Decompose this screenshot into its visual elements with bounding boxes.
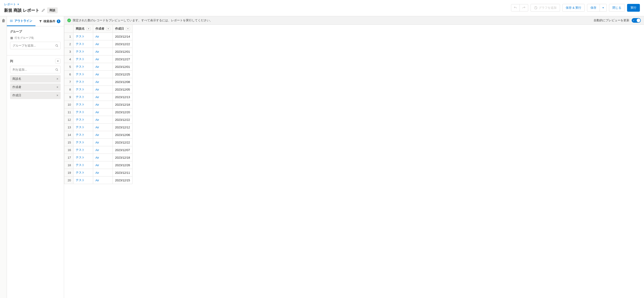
- table-row: 12テストAir2023/12/22: [64, 116, 132, 123]
- opportunity-name-cell[interactable]: テスト: [74, 146, 93, 154]
- opportunity-name-cell[interactable]: テスト: [74, 63, 93, 71]
- row-num-header: [64, 25, 74, 33]
- opportunity-name-cell[interactable]: テスト: [74, 56, 93, 63]
- creator-cell[interactable]: Air: [93, 146, 112, 154]
- creator-cell[interactable]: Air: [93, 108, 112, 116]
- columns-options-button[interactable]: ▼: [55, 59, 61, 64]
- column-header-label: 商談名: [76, 27, 85, 31]
- row-number: 2: [64, 40, 74, 48]
- opportunity-name-cell[interactable]: テスト: [74, 169, 93, 177]
- tab-outline[interactable]: アウトライン: [7, 16, 36, 26]
- date-cell: 2023/12/26: [112, 161, 132, 169]
- opportunity-name-cell[interactable]: テスト: [74, 131, 93, 139]
- row-number: 1: [64, 33, 74, 40]
- search-icon: [55, 44, 58, 47]
- sidebar: アウトライン 検索条件 1 グループ 行をグループ化: [7, 16, 64, 298]
- svg-point-12: [56, 69, 58, 70]
- opportunity-name-cell[interactable]: テスト: [74, 161, 93, 169]
- save-button[interactable]: 保存: [587, 4, 600, 12]
- opportunity-name-cell[interactable]: テスト: [74, 40, 93, 48]
- close-icon[interactable]: ×: [56, 93, 58, 97]
- creator-cell[interactable]: Air: [93, 123, 112, 131]
- column-chip[interactable]: 商談名×: [10, 75, 61, 83]
- chart-icon: [534, 6, 538, 10]
- creator-cell[interactable]: Air: [93, 78, 112, 86]
- opportunity-name-cell[interactable]: テスト: [74, 86, 93, 93]
- column-chip[interactable]: 作成者×: [10, 83, 61, 91]
- creator-cell[interactable]: Air: [93, 56, 112, 63]
- opportunity-name-cell[interactable]: テスト: [74, 48, 93, 56]
- search-icon: [55, 68, 58, 71]
- svg-line-11: [57, 46, 58, 47]
- column-chip-label: 商談名: [12, 77, 21, 81]
- row-number: 10: [64, 101, 74, 108]
- creator-cell[interactable]: Air: [93, 63, 112, 71]
- creator-cell[interactable]: Air: [93, 154, 112, 161]
- redo-button[interactable]: [520, 4, 528, 12]
- creator-cell[interactable]: Air: [93, 161, 112, 169]
- creator-cell[interactable]: Air: [93, 177, 112, 184]
- main-area: ✓ 限定された数のレコードをプレビューしています。すべて表示するには、レポートを…: [64, 16, 644, 298]
- caret-down-icon[interactable]: ▼: [17, 3, 19, 6]
- creator-cell[interactable]: Air: [93, 48, 112, 56]
- creator-cell[interactable]: Air: [93, 131, 112, 139]
- column-menu-button[interactable]: ▼: [126, 27, 130, 31]
- creator-cell[interactable]: Air: [93, 86, 112, 93]
- column-header[interactable]: 作成者▼: [93, 25, 112, 33]
- run-button[interactable]: 実行: [627, 4, 640, 12]
- info-bar: ✓ 限定された数のレコードをプレビューしています。すべて表示するには、レポートを…: [64, 16, 644, 25]
- opportunity-name-cell[interactable]: テスト: [74, 116, 93, 123]
- opportunity-name-cell[interactable]: テスト: [74, 154, 93, 161]
- breadcrumb-reports[interactable]: レポート: [4, 2, 16, 7]
- creator-cell[interactable]: Air: [93, 116, 112, 123]
- save-run-button[interactable]: 保存 & 実行: [562, 4, 585, 12]
- tab-filters-label: 検索条件: [44, 19, 56, 23]
- close-icon[interactable]: ×: [56, 85, 58, 89]
- creator-cell[interactable]: Air: [93, 93, 112, 101]
- opportunity-name-cell[interactable]: テスト: [74, 33, 93, 40]
- opportunity-name-cell[interactable]: テスト: [74, 108, 93, 116]
- opportunity-name-cell[interactable]: テスト: [74, 71, 93, 78]
- group-section-title: グループ: [10, 30, 61, 34]
- creator-cell[interactable]: Air: [93, 40, 112, 48]
- list-icon: [10, 19, 13, 23]
- table-row: 14テストAir2023/12/06: [64, 131, 132, 139]
- creator-cell[interactable]: Air: [93, 169, 112, 177]
- column-menu-button[interactable]: ▼: [106, 27, 110, 31]
- table-row: 18テストAir2023/12/26: [64, 161, 132, 169]
- close-button[interactable]: 閉じる: [609, 4, 625, 12]
- opportunity-name-cell[interactable]: テスト: [74, 177, 93, 184]
- undo-button[interactable]: [511, 4, 520, 12]
- column-header[interactable]: 作成日▼: [112, 25, 132, 33]
- auto-preview-toggle[interactable]: ✓: [632, 18, 641, 23]
- row-number: 11: [64, 108, 74, 116]
- creator-cell[interactable]: Air: [93, 71, 112, 78]
- group-section: グループ 行をグループ化: [7, 26, 64, 51]
- column-chip[interactable]: 作成日×: [10, 92, 61, 99]
- close-icon[interactable]: ×: [56, 77, 58, 81]
- tab-filters[interactable]: 検索条件 1: [36, 16, 64, 26]
- opportunity-name-cell[interactable]: テスト: [74, 78, 93, 86]
- date-cell: 2023/12/25: [112, 71, 132, 78]
- date-cell: 2023/12/11: [112, 169, 132, 177]
- column-menu-button[interactable]: ▼: [86, 27, 91, 31]
- creator-cell[interactable]: Air: [93, 139, 112, 146]
- opportunity-name-cell[interactable]: テスト: [74, 139, 93, 146]
- save-dropdown-button[interactable]: ▼: [600, 4, 607, 12]
- date-cell: 2023/12/01: [112, 48, 132, 56]
- date-cell: 2023/12/18: [112, 101, 132, 108]
- opportunity-name-cell[interactable]: テスト: [74, 93, 93, 101]
- group-search-input[interactable]: [10, 42, 61, 49]
- pencil-icon[interactable]: [42, 9, 45, 12]
- chevron-right-icon[interactable]: [2, 18, 5, 21]
- opportunity-name-cell[interactable]: テスト: [74, 101, 93, 108]
- fields-rail-label[interactable]: 項目: [1, 24, 6, 25]
- column-header[interactable]: 商談名▼: [74, 25, 93, 33]
- opportunity-name-cell[interactable]: テスト: [74, 123, 93, 131]
- creator-cell[interactable]: Air: [93, 33, 112, 40]
- creator-cell[interactable]: Air: [93, 101, 112, 108]
- columns-search-input[interactable]: [10, 66, 61, 73]
- add-chart-label: グラフを追加: [539, 6, 556, 10]
- date-cell: 2023/12/06: [112, 131, 132, 139]
- add-chart-button[interactable]: グラフを追加: [530, 4, 560, 12]
